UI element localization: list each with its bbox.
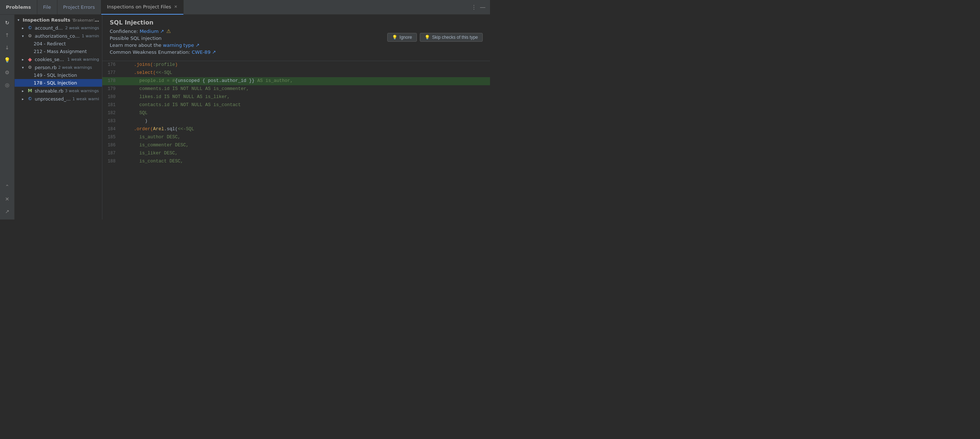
tree-panel: ▾ Inspection Results 'Brakeman' profile … [14,14,102,219]
learn-more-row: Learn more about the warning type ↗ [110,42,483,48]
confidence-link[interactable]: Medium ↗ [140,29,164,34]
bulb-icon[interactable]: 💡 [2,55,13,65]
warning-triangle-icon: ⚠ [166,28,171,34]
refresh-icon[interactable]: ↻ [2,18,13,28]
skip-checks-button[interactable]: 💡 Skip checks of this type [420,33,483,42]
tree-item-cookies-serializer[interactable]: ▸ ◆ cookies_serializer.rb 1 weak warning [14,55,102,63]
settings-icon[interactable]: ⚙ [2,67,13,78]
tree-item-account-deleter[interactable]: ▸ © account_deleter.rb 2 weak warnings [14,24,102,32]
cookies-file-icon: ◆ [27,56,33,62]
unprocessed-file-icon: © [27,96,33,102]
tab-inspections[interactable]: Inspections on Project Files ✕ [101,0,184,14]
cookies-arrow-icon: ▸ [22,57,27,61]
tab-file[interactable]: File [37,0,57,14]
shareable-file-icon: M [27,88,33,94]
description-text: Possible SQL injection [110,35,162,41]
action-buttons: 💡 Ignore 💡 Skip checks of this type [387,33,483,42]
tree-item-unprocessed-image[interactable]: ▸ © unprocessed_image.rb 1 weak warni [14,95,102,103]
inspection-root[interactable]: ▾ Inspection Results 'Brakeman' profile … [14,16,102,24]
minimize-icon[interactable]: — [480,4,485,11]
code-line-177: 177 .select(<<-SQL [102,69,490,77]
tab-bar: Problems File Project Errors Inspections… [0,0,490,14]
info-section: SQL Injection Confidence: Medium ↗ ⚠ Pos… [102,14,490,61]
sidebar-icons: ↻ ↑ ↓ 💡 ⚙ ◎ ⌃ ✕ ↗ [0,14,14,219]
code-line-176: 176 .joins(:profile) [102,61,490,69]
code-line-178: 178 people.id = #{unscoped { post.author… [102,77,490,85]
up-icon[interactable]: ↑ [2,30,13,40]
close-tab-icon[interactable]: ✕ [174,5,177,9]
down-icon[interactable]: ↓ [2,42,13,53]
root-arrow-icon: ▾ [18,18,23,22]
code-line-185: 185 is_author DESC, [102,134,490,142]
tree-item-shareable[interactable]: ▸ M shareable.rb 3 weak warnings [14,87,102,95]
collapse-icon[interactable]: ⌃ [2,182,13,192]
main-layout: ↻ ↑ ↓ 💡 ⚙ ◎ ⌃ ✕ ↗ ▾ Inspection Results '… [0,14,490,219]
code-line-186: 186 is_commenter DESC, [102,142,490,150]
code-line-179: 179 comments.id IS NOT NULL AS is_commen… [102,85,490,93]
close-panel-icon[interactable]: ✕ [2,194,13,204]
person-arrow-icon: ▾ [22,65,27,70]
tab-problems[interactable]: Problems [0,0,37,14]
tree-item-redirect[interactable]: ▸ 204 - Redirect [14,40,102,48]
person-file-icon: ⚙ [27,64,33,70]
code-line-188: 188 is_contact DESC, [102,158,490,166]
cwe-link[interactable]: CWE-89 ↗ [192,49,216,55]
code-line-181: 181 contacts.id IS NOT NULL AS is_contac… [102,101,490,109]
authorizations-file-icon: ⚙ [27,33,33,39]
eye-icon[interactable]: ◎ [2,80,13,90]
shareable-arrow-icon: ▸ [22,89,27,93]
account-deleter-arrow-icon: ▸ [22,26,27,30]
code-line-187: 187 is_liker DESC, [102,150,490,158]
code-view: 176 .joins(:profile) 177 .select(<<-SQL … [102,61,490,219]
cwe-row: Common Weakness Enumeration: CWE-89 ↗ [110,49,483,55]
warning-type-link[interactable]: warning type ↗ [163,42,199,48]
detail-title: SQL Injection [110,19,483,26]
content-panel: SQL Injection Confidence: Medium ↗ ⚠ Pos… [102,14,490,219]
tab-bar-actions: ⋮ — [471,4,490,11]
tree-item-authorizations-controller[interactable]: ▾ ⚙ authorizations_controller.rb 1 warni… [14,32,102,40]
skip-bulb-icon: 💡 [425,35,430,40]
ignore-bulb-icon: 💡 [392,35,398,40]
code-line-184: 184 .order(Arel.sql(<<-SQL [102,126,490,134]
code-line-180: 180 likes.id IS NOT NULL AS is_liker, [102,93,490,101]
confidence-label: Confidence: [110,29,138,34]
authorizations-arrow-icon: ▾ [22,34,27,38]
tree-item-sql-injection-149[interactable]: ▸ 149 - SQL Injection [14,71,102,79]
tree-item-person[interactable]: ▾ ⚙ person.rb 2 weak warnings [14,63,102,71]
tab-project-errors[interactable]: Project Errors [57,0,101,14]
unprocessed-arrow-icon: ▸ [22,97,27,101]
code-line-182: 182 SQL [102,109,490,117]
more-options-icon[interactable]: ⋮ [471,4,477,11]
tree-item-sql-injection-178[interactable]: ▸ 178 - SQL Injection [14,79,102,87]
ignore-button[interactable]: 💡 Ignore [387,33,417,42]
account-deleter-file-icon: © [27,25,33,31]
export-icon[interactable]: ↗ [2,206,13,217]
code-line-183: 183 ) [102,117,490,126]
tree-item-mass-assignment[interactable]: ▸ 212 - Mass Assignment [14,48,102,55]
